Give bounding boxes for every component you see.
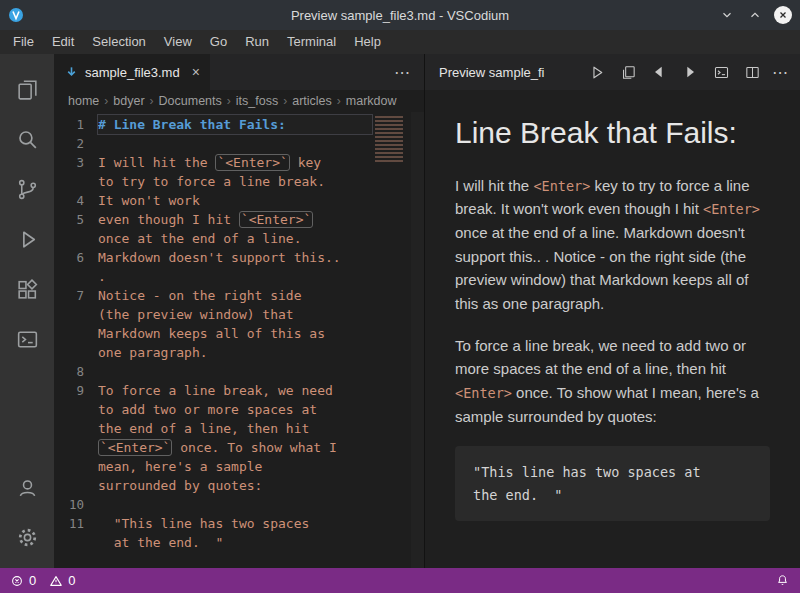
editor-line[interactable]: 11 "This line has two spaces: [54, 514, 424, 533]
editor-line[interactable]: 7Notice - on the right side: [54, 286, 424, 305]
editor-line[interactable]: once at the end of a line.: [54, 229, 424, 248]
preview-more-actions-icon[interactable]: ⋯: [772, 63, 790, 82]
menu-view[interactable]: View: [155, 30, 201, 54]
breadcrumb-separator: ›: [337, 94, 341, 108]
editor-line[interactable]: 9To force a line break, we need: [54, 381, 424, 400]
editor-scrollbar[interactable]: [411, 112, 424, 568]
editor-line[interactable]: 4It won't work: [54, 191, 424, 210]
line-content: # Line Break that Fails:: [98, 115, 372, 134]
editor-line[interactable]: at the end. ": [54, 533, 424, 552]
extensions-icon[interactable]: [3, 264, 51, 314]
close-button[interactable]: [774, 6, 792, 24]
markdown-preview[interactable]: Line Break that Fails: I will hit the <E…: [425, 90, 800, 568]
editor-line[interactable]: 8: [54, 362, 424, 381]
line-content: [98, 495, 372, 514]
maximize-button[interactable]: [746, 6, 764, 24]
line-content: mean, here's a sample: [98, 457, 372, 476]
line-content: To force a line break, we need: [98, 381, 372, 400]
editor-line[interactable]: to try to force a line break.: [54, 172, 424, 191]
line-content: the end of a line, then hit: [98, 419, 372, 438]
explorer-icon[interactable]: [3, 64, 51, 114]
minimize-button[interactable]: [718, 6, 736, 24]
search-icon[interactable]: [3, 114, 51, 164]
editor-line[interactable]: to add two or more spaces at: [54, 400, 424, 419]
editor-line[interactable]: .: [54, 267, 424, 286]
menu-run[interactable]: Run: [236, 30, 278, 54]
accounts-icon[interactable]: [3, 462, 51, 512]
terminal-panel-icon[interactable]: [3, 314, 51, 364]
editor-more-actions-icon[interactable]: ⋯: [394, 54, 424, 90]
editor-line[interactable]: surrounded by quotes:: [54, 476, 424, 495]
preview-heading: Line Break that Fails:: [455, 114, 770, 152]
editor-line[interactable]: (the preview window) that: [54, 305, 424, 324]
breadcrumb-item[interactable]: its_foss: [236, 94, 278, 108]
notifications-bell-icon[interactable]: [775, 573, 790, 588]
editor-line[interactable]: 5even though I hit `<Enter>`: [54, 210, 424, 229]
line-content: `<Enter>` once. To show what I: [98, 438, 372, 457]
status-bar: 0 0: [0, 568, 800, 593]
editor-tab-bar: sample_file3.md × ⋯: [54, 54, 424, 90]
line-content: It won't work: [98, 191, 372, 210]
editor-line[interactable]: Markdown keeps all of this as: [54, 324, 424, 343]
breadcrumb-item[interactable]: articles: [292, 94, 332, 108]
preview-tab-label[interactable]: Preview sample_fi: [439, 65, 545, 80]
inline-code-token: `<Enter>`: [215, 154, 289, 171]
main-area: sample_file3.md × ⋯ home›bdyer›Documents…: [0, 54, 800, 568]
problems-indicator[interactable]: 0 0: [10, 573, 83, 588]
settings-gear-icon[interactable]: [3, 512, 51, 562]
editor-line[interactable]: mean, here's a sample: [54, 457, 424, 476]
run-icon[interactable]: [586, 61, 608, 83]
preview-pane: Preview sample_fi: [425, 54, 800, 568]
editor-line[interactable]: 6Markdown doesn't support this..: [54, 248, 424, 267]
inline-code-token: `<Enter>`: [239, 211, 313, 228]
line-number: 3: [54, 153, 98, 172]
activity-bar: [0, 54, 54, 568]
navigate-back-icon[interactable]: [648, 61, 670, 83]
window-title: Preview sample_file3.md - VSCodium: [0, 8, 800, 23]
line-number: 9: [54, 381, 98, 400]
editor-pane: sample_file3.md × ⋯ home›bdyer›Documents…: [54, 54, 425, 568]
line-number: 1: [54, 115, 98, 134]
error-count: 0: [29, 573, 36, 588]
menu-file[interactable]: File: [4, 30, 43, 54]
menu-help[interactable]: Help: [345, 30, 390, 54]
error-icon: [10, 574, 24, 588]
line-number: 8: [54, 362, 98, 381]
open-preview-icon[interactable]: [617, 61, 639, 83]
tab-close-icon[interactable]: ×: [192, 64, 200, 80]
editor-line[interactable]: the end of a line, then hit: [54, 419, 424, 438]
preview-code-block: "This line has two spaces at the end. ": [455, 446, 770, 521]
editor-line[interactable]: 2: [54, 134, 424, 153]
editor-body[interactable]: 1# Line Break that Fails:23I will hit th…: [54, 112, 424, 568]
editor-line[interactable]: `<Enter>` once. To show what I: [54, 438, 424, 457]
tab-label: sample_file3.md: [85, 65, 180, 80]
menu-selection[interactable]: Selection: [83, 30, 154, 54]
tab-sample-file3[interactable]: sample_file3.md ×: [54, 54, 211, 90]
breadcrumb-item[interactable]: Documents: [159, 94, 222, 108]
run-and-debug-icon[interactable]: [3, 214, 51, 264]
line-content: Notice - on the right side: [98, 286, 372, 305]
line-number: 6: [54, 248, 98, 267]
warning-count: 0: [68, 573, 75, 588]
editor-line[interactable]: 1# Line Break that Fails:: [54, 115, 424, 134]
source-control-icon[interactable]: [3, 164, 51, 214]
menubar: FileEditSelectionViewGoRunTerminalHelp: [0, 30, 800, 54]
line-number: [54, 476, 98, 495]
line-content: once at the end of a line.: [98, 229, 372, 248]
split-editor-icon[interactable]: [741, 61, 763, 83]
terminal-icon[interactable]: [710, 61, 732, 83]
menu-terminal[interactable]: Terminal: [278, 30, 345, 54]
line-number: [54, 172, 98, 191]
breadcrumb-item[interactable]: markdow: [346, 94, 397, 108]
menu-go[interactable]: Go: [201, 30, 236, 54]
navigate-forward-icon[interactable]: [679, 61, 701, 83]
minimap[interactable]: [375, 116, 410, 162]
breadcrumb-item[interactable]: home: [68, 94, 99, 108]
line-content: I will hit the `<Enter>` key: [98, 153, 372, 172]
breadcrumb-item[interactable]: bdyer: [113, 94, 144, 108]
menu-edit[interactable]: Edit: [43, 30, 83, 54]
editor-line[interactable]: 3I will hit the `<Enter>` key: [54, 153, 424, 172]
preview-paragraph: To force a line break, we need to add tw…: [455, 334, 770, 429]
editor-line[interactable]: one paragraph.: [54, 343, 424, 362]
editor-line[interactable]: 10: [54, 495, 424, 514]
